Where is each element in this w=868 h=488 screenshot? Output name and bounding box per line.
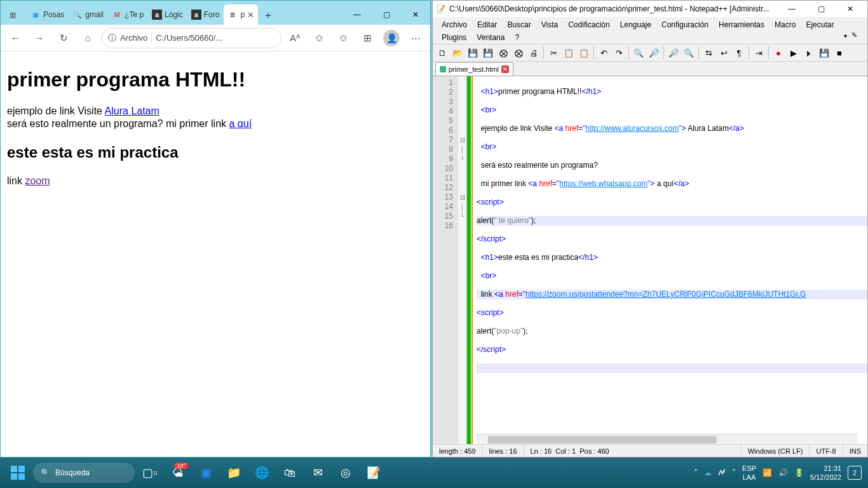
tab-logica[interactable]: aLógic <box>148 4 187 25</box>
maximize-button[interactable]: ▢ <box>806 1 836 17</box>
extensions-button[interactable]: ⊞ <box>356 27 378 49</box>
close-button[interactable]: ✕ <box>836 1 865 17</box>
link-aqui[interactable]: a quí <box>229 118 252 129</box>
playrep-icon[interactable]: ⏵ <box>802 46 816 60</box>
tab-foro[interactable]: aForo <box>187 4 224 25</box>
link-alura[interactable]: Alura Latam <box>105 105 159 116</box>
menu-codificacion[interactable]: Codificación <box>563 18 614 31</box>
copy-icon[interactable]: 📋 <box>562 46 576 60</box>
menu-ejecutar[interactable]: Ejecutar <box>801 18 839 31</box>
close-button[interactable]: ✕ <box>401 4 430 25</box>
menu-bar: Archivo Editar Buscar Vista Codificación… <box>433 17 867 44</box>
task-view-button[interactable]: ▢▫ <box>137 460 163 485</box>
store-button[interactable]: 🛍 <box>277 460 302 485</box>
menu-ventana[interactable]: Ventana <box>471 31 510 44</box>
zoom-app-button[interactable]: ▣ <box>193 460 219 485</box>
wrap-icon[interactable]: ↩ <box>717 46 731 60</box>
battery-icon[interactable]: 🗲 <box>718 468 726 477</box>
status-eol: Windows (CR LF) <box>742 445 810 458</box>
volume-icon[interactable]: 🔊 <box>778 468 788 477</box>
weather-button[interactable]: 🌤18° <box>165 460 191 485</box>
tab-posas[interactable]: ▣Posas <box>27 4 68 25</box>
reload-button[interactable]: ↻ <box>53 27 74 49</box>
fold-column[interactable]: ⊟│└⊟│└ <box>458 76 467 444</box>
zoom-in-icon[interactable]: 🔎 <box>667 46 681 60</box>
notepadpp-button[interactable]: 📝 <box>361 460 386 485</box>
clock[interactable]: 21:315/12/2022 <box>810 464 841 482</box>
edge-button[interactable]: 🌐 <box>249 460 275 485</box>
stop-icon[interactable]: ■ <box>832 46 846 60</box>
dell-button[interactable]: ◎ <box>333 460 358 485</box>
redo-icon[interactable]: ↷ <box>612 46 626 60</box>
find-icon[interactable]: 🔍 <box>632 46 646 60</box>
cut-icon[interactable]: ✂ <box>546 46 560 60</box>
code-area[interactable]: <h1>primer programa HTML!!</h1> <br> eje… <box>477 76 867 444</box>
addr-path: C:/Users/50660/... <box>156 33 222 43</box>
horizontal-scrollbar[interactable] <box>477 434 857 444</box>
close-all-icon[interactable]: ⨂ <box>512 46 526 60</box>
back-button[interactable]: ← <box>4 27 26 49</box>
close-file-icon[interactable]: ⨂ <box>496 46 510 60</box>
show-all-icon[interactable]: ¶ <box>732 46 746 60</box>
close-tab-icon[interactable]: ✕ <box>247 10 254 20</box>
close-tab-icon[interactable]: ✕ <box>501 65 509 73</box>
save-icon[interactable]: 💾 <box>466 46 480 60</box>
scrollbar-thumb[interactable] <box>488 436 717 444</box>
chevron-down-icon[interactable]: ˅ <box>732 468 736 477</box>
play-icon[interactable]: ▶ <box>787 46 801 60</box>
menu-vista[interactable]: Vista <box>536 18 563 31</box>
onedrive-icon[interactable]: ☁ <box>704 468 712 477</box>
menu-lenguaje[interactable]: Lenguaje <box>615 18 656 31</box>
link-zoom[interactable]: zoom <box>25 175 50 186</box>
forward-button[interactable]: → <box>29 27 50 49</box>
menu-herramientas[interactable]: Herramientas <box>714 18 770 31</box>
menu-configuracion[interactable]: Configuración <box>656 18 714 31</box>
zoom-out-icon[interactable]: 🔍 <box>682 46 696 60</box>
chevron-up-icon[interactable]: ˄ <box>694 468 698 477</box>
undo-icon[interactable]: ↶ <box>597 46 611 60</box>
indent-icon[interactable]: ⇥ <box>752 46 766 60</box>
mail-button[interactable]: ✉ <box>305 460 330 485</box>
search-placeholder: Búsqueda <box>55 468 90 477</box>
paste-icon[interactable]: 📋 <box>577 46 591 60</box>
separator <box>151 32 152 44</box>
save-macro-icon[interactable]: 💾 <box>817 46 831 60</box>
favorite-button[interactable]: ✩ <box>308 27 330 49</box>
sync-icon[interactable]: ⇆ <box>702 46 715 60</box>
menu-macro[interactable]: Macro <box>770 18 801 31</box>
new-tab-button[interactable]: ＋ <box>259 6 278 25</box>
menu-plugins[interactable]: Plugins <box>437 31 471 44</box>
save-all-icon[interactable]: 💾 <box>481 46 495 60</box>
power-icon[interactable]: 🔋 <box>794 468 804 477</box>
open-file-icon[interactable]: 📂 <box>451 46 465 60</box>
start-button[interactable] <box>5 460 31 485</box>
file-tab[interactable]: primer_test.html ✕ <box>435 62 513 76</box>
explorer-button[interactable]: 📁 <box>221 460 247 485</box>
menu-help[interactable]: ? <box>510 31 524 44</box>
tab-tepe[interactable]: M¿Te p <box>108 4 147 25</box>
collections-button[interactable]: ✩ <box>332 27 354 49</box>
profile-button[interactable]: 👤 <box>381 27 402 49</box>
print-icon[interactable]: 🖨 <box>527 46 541 60</box>
replace-icon[interactable]: 🔎 <box>647 46 661 60</box>
address-bar[interactable]: ⓘ Archivo C:/Users/50660/... <box>101 28 281 48</box>
tab-gmail[interactable]: 🔍gmail <box>69 4 107 25</box>
home-button[interactable]: ⌂ <box>77 27 98 49</box>
menu-editar[interactable]: Editar <box>472 18 502 31</box>
minimize-button[interactable]: ― <box>342 4 372 25</box>
wifi-icon[interactable]: 📶 <box>763 468 772 477</box>
notifications-button[interactable]: 2 <box>848 466 862 480</box>
menu-buscar[interactable]: Buscar <box>502 18 536 31</box>
language-button[interactable]: ESPLAA <box>742 464 756 482</box>
maximize-button[interactable]: ▢ <box>372 4 401 25</box>
menu-archivo[interactable]: Archivo <box>437 18 472 31</box>
read-aloud-button[interactable]: Aᴬ <box>284 27 306 49</box>
tab-spaces[interactable]: ▥ <box>2 4 26 25</box>
new-file-icon[interactable]: 🗋 <box>435 46 449 60</box>
more-button[interactable]: ⋯ <box>405 27 426 49</box>
tab-primer[interactable]: 🗎p✕ <box>224 4 258 25</box>
record-icon[interactable]: ● <box>771 46 785 60</box>
search-box[interactable]: 🔍Búsqueda <box>33 463 135 483</box>
minimize-button[interactable]: ― <box>777 1 806 17</box>
edit-icon[interactable]: ✎ <box>846 29 862 41</box>
